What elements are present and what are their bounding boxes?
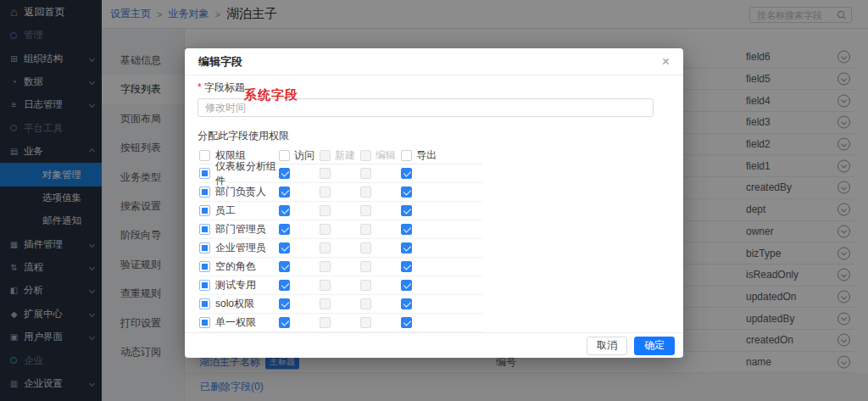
checkbox-group-indeterminate[interactable] [199,224,210,235]
checkbox-checked[interactable] [401,242,412,253]
checkbox-group-indeterminate[interactable] [199,280,210,291]
permission-cell [320,280,360,291]
permission-row: 员工 [199,202,482,220]
checkbox-group-indeterminate[interactable] [199,205,210,216]
permission-row: 空的角色 [199,258,482,276]
cancel-button[interactable]: 取消 [587,337,627,355]
checkbox-group-indeterminate[interactable] [199,317,210,328]
permission-cell [279,224,320,235]
permission-row: 测试专用 [199,276,482,295]
permission-group-cell: 仪表板分析组件 [199,159,279,188]
permission-cell [320,261,360,272]
permission-group-cell: 员工 [199,203,279,218]
close-icon[interactable]: × [662,55,670,69]
permission-col-label: 新建 [335,148,355,163]
checkbox-disabled [320,187,331,198]
permission-cell [279,187,320,198]
permission-cell [320,242,360,253]
checkbox-disabled [360,280,371,291]
permission-group-cell: 部门负责人 [199,185,279,199]
permission-cell [279,261,320,272]
checkbox-group-indeterminate[interactable] [199,261,210,272]
checkbox-checked[interactable] [279,242,290,253]
permission-cell [360,280,401,291]
checkbox-group-indeterminate[interactable] [199,298,210,309]
permission-cell [401,187,442,198]
checkbox-checked[interactable] [279,205,290,216]
permission-col-label: 访问 [294,148,314,163]
checkbox-disabled [320,242,331,253]
permission-row: 企业管理员 [199,239,482,258]
permission-row: 部门管理员 [199,220,482,239]
modal-header: 编辑字段 × [185,48,683,75]
checkbox-disabled [320,205,331,216]
checkbox-checked[interactable] [401,261,412,272]
checkbox-disabled [360,261,371,272]
checkbox-disabled [320,317,331,328]
checkbox-disabled [360,317,371,328]
checkbox-disabled [320,280,331,291]
checkbox-checked[interactable] [401,168,412,179]
checkbox-disabled [360,224,371,235]
permission-cell [401,261,442,272]
checkbox-disabled [320,261,331,272]
permission-col-header: 访问 [279,148,320,163]
permission-cell [401,224,442,235]
permission-col-label: 导出 [416,148,437,163]
checkbox-checked[interactable] [279,224,290,235]
checkbox-checked[interactable] [401,224,412,235]
permission-section-label: 分配此字段使用权限 [198,129,670,142]
permission-cell [360,187,401,198]
permission-cell [401,298,442,309]
checkbox-group-indeterminate[interactable] [199,168,210,179]
permission-col-label: 编辑 [376,148,396,163]
permission-cell [360,298,401,309]
permission-cell [320,298,360,309]
permission-group-name: 单一权限 [215,315,256,330]
ok-button[interactable]: 确定 [634,337,675,355]
permission-cell [360,205,401,216]
checkbox-disabled [360,205,371,216]
permission-cell [279,168,320,179]
permission-cell [401,242,442,253]
permission-group-name: 测试专用 [215,278,256,292]
permission-group-name: 部门管理员 [215,222,266,237]
permission-group-name: 员工 [215,203,236,218]
checkbox-checked[interactable] [279,298,290,309]
checkbox-checked[interactable] [401,298,412,309]
checkbox-disabled [320,224,331,235]
checkbox-disabled [360,242,371,253]
checkbox-group-indeterminate[interactable] [199,242,210,253]
checkbox-disabled [360,187,371,198]
checkbox-checked[interactable] [401,317,412,328]
checkbox-checked[interactable] [279,280,290,291]
permission-group-name: solo权限 [215,297,254,311]
permission-row: solo权限 [199,295,482,314]
permission-cell [401,280,442,291]
checkbox-col-1 [320,150,331,161]
checkbox-group-all[interactable] [199,150,210,161]
checkbox-checked[interactable] [279,317,290,328]
checkbox-disabled [360,168,371,179]
checkbox-disabled [320,168,331,179]
checkbox-col-2 [360,150,371,161]
permission-group-name: 仪表板分析组件 [215,159,279,188]
permission-cell [360,261,401,272]
checkbox-checked[interactable] [401,205,412,216]
permission-group-name: 空的角色 [215,259,256,274]
checkbox-checked[interactable] [279,168,290,179]
permission-table: 权限组访问新建编辑导出仪表板分析组件部门负责人员工部门管理员企业管理员空的角色测… [198,148,482,332]
permission-row: 仪表板分析组件 [199,164,482,183]
checkbox-group-indeterminate[interactable] [199,187,210,198]
modal-title: 编辑字段 [198,54,242,70]
checkbox-checked[interactable] [279,187,290,198]
checkbox-col-0[interactable] [279,150,290,161]
checkbox-checked[interactable] [401,280,412,291]
permission-cell [279,298,320,309]
permission-cell [320,224,360,235]
checkbox-checked[interactable] [401,187,412,198]
checkbox-col-3[interactable] [401,150,412,161]
checkbox-disabled [360,298,371,309]
checkbox-checked[interactable] [279,261,290,272]
permission-group-cell: 测试专用 [199,278,279,292]
